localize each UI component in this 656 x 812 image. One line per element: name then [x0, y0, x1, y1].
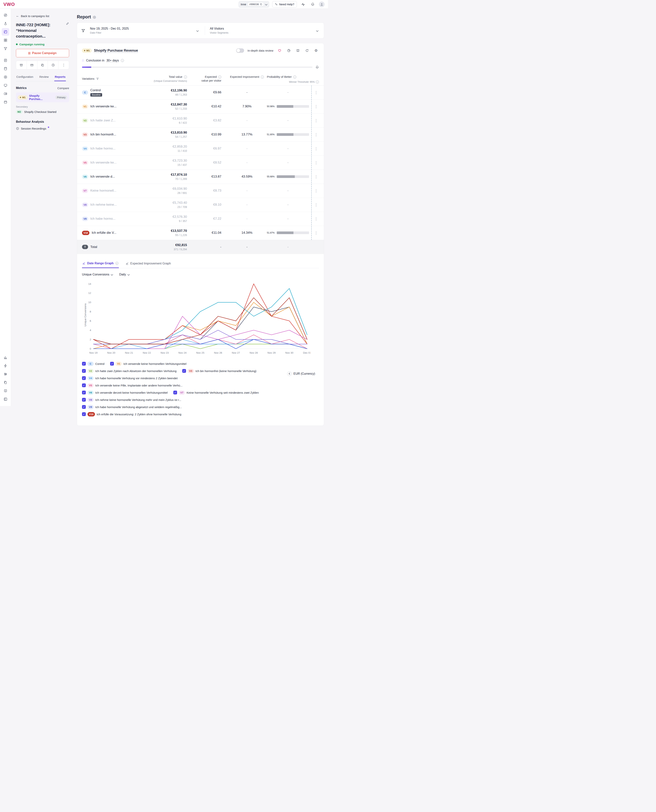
legend-checkbox-v4[interactable]: ✓ [82, 376, 86, 380]
copy-icon[interactable] [260, 3, 262, 6]
notifications-bell-icon[interactable] [309, 1, 316, 8]
edit-campaign-icon[interactable] [66, 22, 69, 39]
plan-calendar-icon[interactable] [2, 98, 9, 106]
tab-reports[interactable]: Reports [54, 75, 66, 81]
variation-row-v5[interactable]: V5Ich verwende ke...€3,723.3015 / 437€8.… [77, 156, 324, 170]
data-stack-icon[interactable] [2, 65, 9, 73]
row-menu-icon[interactable]: ⋮ [314, 231, 318, 235]
insights-cards-icon[interactable] [2, 90, 9, 97]
row-menu-icon[interactable]: ⋮ [314, 105, 318, 108]
need-help-button[interactable]: Need Help? [272, 1, 297, 8]
row-menu-icon[interactable]: ⋮ [314, 133, 318, 137]
funnel-nav-icon[interactable] [2, 45, 9, 52]
more-actions-button[interactable]: ⋮ [59, 61, 69, 69]
info-icon[interactable]: i [121, 59, 124, 62]
variation-row-v10[interactable]: V10Ich erfülle die V...€13,537.7055 / 1,… [77, 226, 324, 240]
legend-checkbox-v1[interactable]: ✓ [110, 362, 114, 366]
pie-chart-icon[interactable] [286, 48, 292, 53]
legend-checkbox-v3[interactable]: ✓ [182, 369, 186, 373]
legend-checkbox-v2[interactable]: ✓ [82, 369, 86, 373]
user-avatar[interactable] [319, 2, 325, 7]
lab-icon[interactable] [2, 20, 9, 27]
date-filter[interactable]: Nov 19, 2025 - Dec 01, 2025 Date Filter [90, 27, 200, 34]
account-switcher[interactable]: Inne #996036 [238, 1, 269, 8]
variation-row-c[interactable]: CControlBaseline€12,196.9048 / 1,263€9.6… [77, 86, 324, 100]
archive-button[interactable] [16, 61, 27, 69]
granularity-dropdown[interactable]: Daily [119, 273, 130, 276]
pause-campaign-button[interactable]: Pause Campaign [16, 49, 69, 57]
settings-gear-icon[interactable]: ⚙ [313, 48, 319, 53]
variation-row-v4[interactable]: V4Ich habe hormo...€2,859.2011 / 410€6.9… [77, 142, 324, 156]
legend-checkbox-v8[interactable]: ✓ [82, 398, 86, 401]
filter-funnel-icon[interactable] [81, 29, 85, 32]
legend-badge: V8 [88, 398, 94, 402]
variation-row-v7[interactable]: V7Keine hormonell...€6,034.9028 / 691€8.… [77, 184, 324, 198]
row-menu-icon[interactable]: ⋮ [314, 217, 318, 221]
secondary-metric-item[interactable]: M2 Shopify Checkout Started [16, 110, 69, 114]
glossary-book-icon[interactable] [295, 48, 301, 53]
legend-checkbox-v9[interactable]: ✓ [82, 405, 86, 406]
variation-row-v1[interactable]: V1Ich verwende ke...€12,847.3052 / 1,233… [77, 100, 324, 114]
info-icon[interactable]: i [316, 80, 319, 83]
row-menu-icon[interactable]: ⋮ [314, 147, 318, 151]
row-menu-icon[interactable]: ⋮ [314, 175, 318, 179]
variation-row-v9[interactable]: V9Ich habe hormo...€2,576.309 / 357€7.22… [77, 212, 324, 226]
duplicate-button[interactable] [37, 61, 48, 69]
back-arrow-icon: ← [16, 14, 19, 18]
legend-checkbox-c[interactable]: ✓ [82, 362, 86, 366]
variations-filter-icon[interactable] [96, 77, 99, 80]
deploy-target-icon[interactable] [2, 73, 9, 81]
variation-row-v2[interactable]: V2Ich hatte zwei Z...€1,610.906 / 422€3.… [77, 114, 324, 128]
row-menu-icon[interactable]: ⋮ [314, 91, 318, 94]
variation-row-v6[interactable]: V6Ich verwende d...€17,874.1070 / 1,289€… [77, 170, 324, 184]
activity-icon[interactable] [300, 1, 306, 8]
bolt-icon[interactable] [2, 362, 9, 370]
primary-metric-item[interactable]: ★M1 Shopify Purchas... Primary [16, 93, 69, 102]
email-button[interactable] [27, 61, 37, 69]
testing-icon[interactable] [2, 28, 9, 36]
docs-book-icon[interactable] [2, 387, 9, 395]
tab-date-range-graph[interactable]: Date Range Graph i [82, 262, 119, 268]
widgets-icon[interactable] [2, 36, 9, 44]
dashboard-icon[interactable] [2, 11, 9, 19]
integrations-sliders-icon[interactable] [2, 370, 9, 378]
variation-row-v8[interactable]: V8Ich nehme keine...€5,743.4023 / 709€8.… [77, 198, 324, 212]
visitor-segment-filter[interactable]: All Visitors Visitor Segments [210, 27, 320, 34]
tab-expected-improvement-graph[interactable]: Expected Improvement Graph [125, 262, 171, 268]
surveys-icon[interactable] [2, 57, 9, 64]
info-icon[interactable]: i [218, 76, 221, 79]
pages-icon[interactable] [2, 379, 9, 386]
row-menu-icon[interactable]: ⋮ [314, 119, 318, 123]
compare-link[interactable]: Compare [57, 86, 69, 90]
analytics-bars-icon[interactable] [2, 354, 9, 361]
session-recordings-item[interactable]: Session Recordings [16, 127, 69, 130]
legend-checkbox-v5[interactable]: ✓ [82, 383, 86, 387]
variation-row-v3[interactable]: V3Ich bin hormonfr...€13,810.9054 / 1,25… [77, 128, 324, 142]
conversions-visitors: 54 / 1,257 [138, 135, 187, 138]
info-icon[interactable]: i [261, 76, 264, 79]
row-menu-icon[interactable]: ⋮ [314, 203, 318, 207]
personalize-icon[interactable] [2, 82, 9, 89]
tab-configuration[interactable]: Configuration [16, 75, 34, 81]
chart-series-v6 [93, 289, 307, 344]
info-icon[interactable]: i [115, 262, 118, 265]
legend-checkbox-v7[interactable]: ✓ [173, 391, 177, 394]
row-menu-icon[interactable]: ⋮ [314, 189, 318, 193]
progress-bell-icon[interactable] [316, 65, 319, 69]
refresh-icon[interactable] [304, 48, 310, 53]
health-heart-icon[interactable] [277, 48, 282, 53]
info-icon[interactable]: i [293, 76, 296, 79]
legend-checkbox-v6[interactable]: ✓ [82, 391, 86, 394]
legend-item-v3: ✓V3Ich bin hormonfrei (keine hormonelle … [182, 369, 257, 373]
secondary-metric-label: Shopify Checkout Started [24, 110, 56, 113]
in-depth-toggle[interactable] [236, 48, 244, 53]
metric-select-dropdown[interactable]: Unique Conversions [82, 273, 113, 276]
report-target-icon[interactable]: ◎ [93, 15, 96, 19]
history-button[interactable] [48, 61, 59, 69]
collapse-sidebar-icon[interactable] [2, 395, 9, 403]
row-menu-icon[interactable]: ⋮ [314, 161, 318, 165]
back-to-campaigns-link[interactable]: ← Back to campaigns list [16, 14, 69, 18]
currency-selector[interactable]: € EUR (Currency) [287, 372, 315, 376]
tab-review[interactable]: Review [39, 75, 49, 81]
info-icon[interactable]: i [184, 76, 187, 79]
